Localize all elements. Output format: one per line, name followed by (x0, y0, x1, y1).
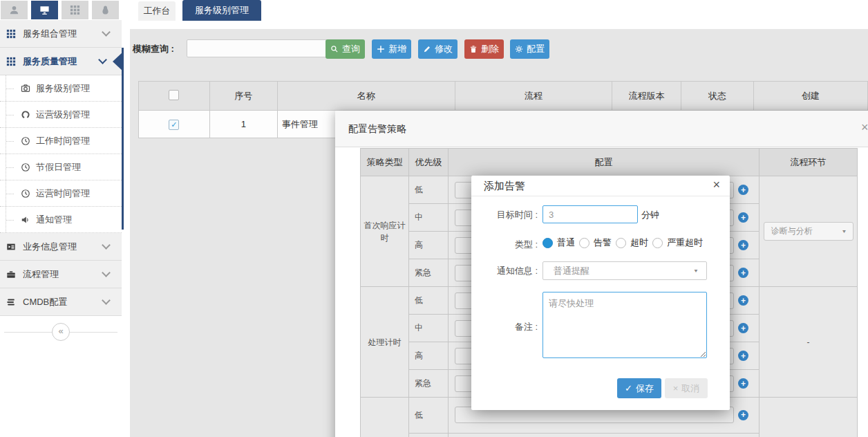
sidebar-item-notification-mgmt[interactable]: 通知管理 (0, 207, 122, 233)
radio-icon (542, 238, 553, 248)
type-radio-group: 普通告警超时严重超时 (542, 236, 707, 249)
process-stage-cell: - (760, 287, 858, 398)
column-header: 流程版本 (612, 82, 681, 111)
close-icon[interactable]: × (861, 121, 868, 133)
monitor-icon (39, 5, 50, 15)
sidebar-item-label: 运营时间管理 (36, 187, 122, 200)
layers-icon (6, 297, 16, 307)
add-alert-button[interactable]: + (738, 268, 748, 278)
button-label: 新增 (388, 43, 406, 55)
priority-cell: 低 (409, 398, 449, 434)
tab-service-level-mgmt[interactable]: 服务级别管理 (182, 0, 261, 21)
add-alert-button[interactable]: + (738, 240, 748, 250)
sidebar-item-work-time-mgmt[interactable]: 工作时间管理 (0, 128, 122, 154)
sidebar-item-cmdb-config[interactable]: CMDB配置 (0, 288, 122, 316)
priority-cell: 紧急 (409, 370, 449, 398)
ring-icon (21, 110, 30, 120)
row-select-cell (139, 111, 210, 138)
clock-icon (21, 136, 30, 146)
sidebar-item-label: 业务信息管理 (23, 241, 103, 253)
button-label: 删除 (481, 43, 499, 55)
add-alert-button[interactable]: + (738, 185, 748, 195)
sidebar-item-operation-time-mgmt[interactable]: 运营时间管理 (0, 180, 122, 207)
active-menu-indicator-wedge (113, 51, 124, 72)
priority-cell: 紧急 (409, 259, 449, 287)
radio-option-3[interactable]: 严重超时 (652, 236, 703, 249)
trash-icon (469, 45, 478, 53)
remark-textarea[interactable]: 请尽快处理 (542, 292, 707, 358)
sidebar-item-label: 服务质量管理 (23, 55, 100, 68)
edit-button[interactable]: 修改 (418, 39, 457, 59)
sidebar-item-service-quality-mgmt[interactable]: 服务质量管理 (0, 48, 122, 75)
stage-select[interactable]: 诊断与分析▼ (764, 222, 853, 241)
priority-cell: 高 (409, 342, 449, 370)
sidebar-item-service-level-mgmt[interactable]: 服务级别管理 (0, 75, 122, 102)
sidebar-item-process-mgmt[interactable]: 流程管理 (0, 261, 122, 288)
radio-option-2[interactable]: 超时 (616, 236, 648, 249)
app-button-monitor[interactable] (31, 1, 58, 19)
gear-icon (515, 45, 523, 53)
query-button[interactable]: 查询 (326, 39, 365, 59)
chevron-down-icon (102, 28, 111, 37)
search-input[interactable] (187, 39, 328, 57)
row-checkbox[interactable] (169, 120, 179, 130)
priority-cell: 低 (409, 176, 449, 204)
config-button[interactable]: 配置 (510, 39, 549, 59)
radio-label: 告警 (594, 236, 612, 249)
modal-title: 添加告警 (484, 180, 525, 193)
playlist-icon (6, 242, 16, 252)
close-icon[interactable]: × (713, 178, 720, 191)
modal-header: 添加告警 × (471, 176, 730, 196)
save-button[interactable]: ✓ 保存 (617, 378, 661, 398)
sidebar-item-label: 工作时间管理 (36, 135, 122, 147)
clock-icon (21, 162, 30, 172)
chevron-down-icon (102, 241, 111, 250)
app-button-apps[interactable] (62, 1, 88, 19)
app-button-user[interactable] (1, 1, 28, 19)
clock-icon (21, 189, 30, 198)
sidebar-item-service-portfolio-mgmt[interactable]: 服务组合管理 (0, 20, 122, 48)
tab-label: 工作台 (144, 5, 171, 17)
radio-icon (652, 238, 663, 248)
app-button-penguin[interactable] (92, 1, 119, 19)
sidebar-collapse-button[interactable]: « (0, 322, 122, 342)
add-alert-button[interactable]: + (738, 351, 748, 361)
sidebar-item-operation-level-mgmt[interactable]: 运营级别管理 (0, 102, 122, 128)
camera-icon (21, 84, 30, 93)
sidebar-item-label: 服务组合管理 (23, 28, 103, 40)
target-time-input[interactable] (542, 205, 638, 223)
radio-option-0[interactable]: 普通 (542, 236, 575, 249)
add-alert-button[interactable]: + (738, 212, 748, 223)
sidebar-item-holiday-mgmt[interactable]: 节假日管理 (0, 154, 122, 180)
priority-cell: 中 (409, 433, 449, 437)
priority-cell: 高 (409, 232, 449, 259)
notify-select[interactable]: 普通提醒 ▼ (542, 261, 707, 280)
briefcase-icon (6, 270, 16, 279)
tab-workbench[interactable]: 工作台 (138, 1, 176, 21)
process-stage-cell: 诊断与分析▼ (760, 176, 858, 287)
add-alert-button[interactable]: + (738, 295, 748, 306)
search-label: 模糊查询 : (133, 39, 174, 59)
penguin-icon (100, 5, 111, 15)
delete-button[interactable]: 删除 (464, 39, 504, 59)
add-alert-button[interactable]: + (738, 323, 748, 333)
column-header: 策略类型 (361, 149, 409, 176)
radio-option-1[interactable]: 告警 (579, 236, 612, 249)
cancel-button[interactable]: × 取消 (665, 378, 708, 398)
add-alert-button[interactable]: + (738, 378, 748, 389)
add-button[interactable]: 新增 (372, 39, 411, 59)
select-all-checkbox[interactable] (169, 90, 179, 100)
sidebar-item-business-info-mgmt[interactable]: 业务信息管理 (0, 233, 122, 261)
add-alert-button[interactable]: + (738, 410, 748, 420)
table-cell: 1 (209, 111, 277, 138)
cancel-button-label: 取消 (681, 382, 699, 395)
radio-label: 普通 (557, 236, 575, 249)
sidebar-item-label: 节假日管理 (36, 161, 122, 174)
select-all-header-cell (139, 82, 210, 111)
chevron-down-icon (102, 268, 111, 277)
stage-value: - (807, 337, 810, 347)
tab-label: 服务级别管理 (195, 4, 249, 17)
app-switcher (0, 0, 122, 20)
grid-icon (6, 57, 16, 66)
notify-label: 通知信息 : (471, 265, 538, 277)
